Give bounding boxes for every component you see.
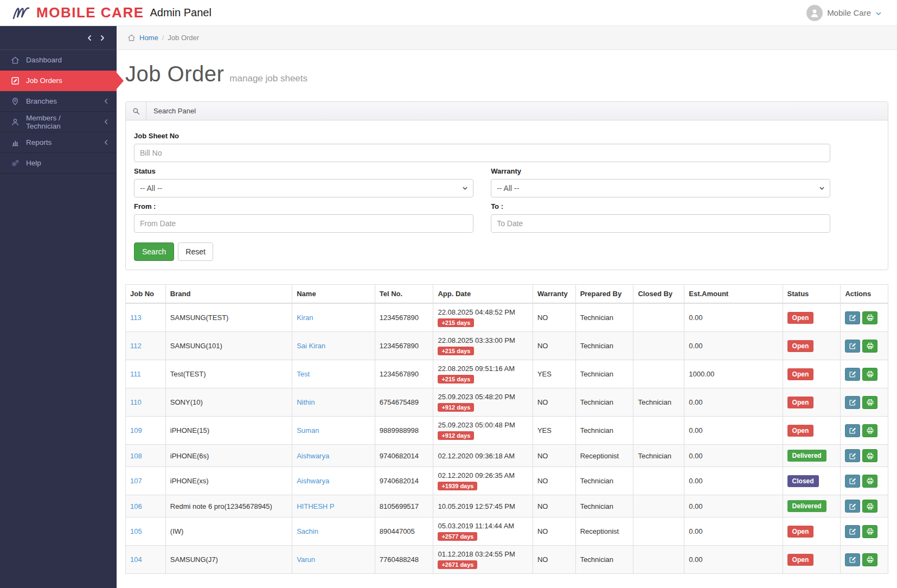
- customer-name-link[interactable]: Suman: [297, 426, 319, 434]
- reset-button[interactable]: Reset: [178, 242, 213, 261]
- job-no-link[interactable]: 107: [130, 477, 142, 485]
- app-date-cell: 05.03.2019 11:14:44 AM+2577 days: [433, 517, 533, 546]
- print-button[interactable]: [862, 475, 877, 488]
- breadcrumb-home-link[interactable]: Home: [139, 34, 158, 42]
- sidebar-collapse-left-icon[interactable]: [86, 35, 93, 41]
- sidebar-item-label: Branches: [26, 97, 57, 105]
- tel-cell: 1234567890: [375, 360, 433, 388]
- tel-cell: 9889988998: [375, 417, 433, 445]
- print-button[interactable]: [862, 340, 877, 353]
- print-button[interactable]: [862, 424, 877, 437]
- edit-button[interactable]: [845, 340, 860, 353]
- status-badge: Open: [787, 526, 814, 538]
- customer-name-link[interactable]: Sachin: [297, 527, 318, 535]
- edit-button[interactable]: [845, 500, 860, 513]
- print-button[interactable]: [862, 525, 877, 538]
- prepared-by-cell: Technician: [575, 332, 633, 360]
- closed-by-cell: [633, 517, 684, 546]
- job-no-cell: 110: [126, 388, 166, 417]
- sidebar-item-label: Help: [26, 159, 41, 167]
- prepared-by-cell: Technician: [575, 388, 633, 417]
- days-badge: +2577 days: [438, 532, 477, 541]
- job-no-link[interactable]: 112: [130, 342, 142, 350]
- brand-cell: Test(TEST): [165, 360, 292, 388]
- brand-cell: (IW): [165, 517, 292, 546]
- customer-name-link[interactable]: Varun: [297, 555, 315, 564]
- status-select[interactable]: -- All --: [134, 179, 473, 197]
- job-no-link[interactable]: 113: [130, 314, 142, 322]
- status-cell: Delivered: [783, 495, 841, 517]
- home-icon: [127, 34, 136, 42]
- actions-cell: [841, 517, 888, 546]
- sidebar-item-dashboard[interactable]: Dashboard: [0, 50, 117, 71]
- app-logo: MOBILE CARE Admin Panel: [12, 4, 212, 21]
- sidebar-item-reports[interactable]: Reports: [0, 132, 117, 153]
- sidebar-collapse-right-icon[interactable]: [99, 35, 106, 41]
- from-date-input[interactable]: [134, 214, 473, 233]
- customer-name-link[interactable]: Nithin: [297, 398, 315, 406]
- job-no-cell: 109: [126, 417, 166, 445]
- print-button[interactable]: [862, 500, 877, 513]
- job-no-cell: 104: [126, 546, 166, 574]
- print-button[interactable]: [862, 396, 877, 409]
- customer-name-link[interactable]: HITHESH P: [297, 502, 334, 510]
- table-row: 108iPHONE(6s)Aishwarya974068201402.12.20…: [126, 445, 888, 467]
- brand-cell: SONY(10): [165, 388, 292, 417]
- prepared-by-cell: Technician: [575, 495, 633, 517]
- to-date-input[interactable]: [491, 214, 830, 233]
- days-badge: +2671 days: [438, 560, 477, 569]
- sidebar-item-branches[interactable]: Branches: [0, 91, 117, 112]
- status-badge: Closed: [787, 475, 819, 487]
- print-button[interactable]: [862, 311, 877, 324]
- edit-button[interactable]: [845, 424, 860, 437]
- days-badge: +1939 days: [438, 482, 477, 490]
- status-badge: Open: [787, 554, 814, 566]
- edit-button[interactable]: [845, 475, 860, 488]
- edit-button[interactable]: [845, 311, 860, 324]
- sidebar-item-job-orders[interactable]: Job Orders: [0, 71, 117, 91]
- customer-name-link[interactable]: Test: [297, 370, 310, 378]
- print-button[interactable]: [862, 553, 877, 566]
- edit-button[interactable]: [845, 553, 860, 566]
- page-title: Job Order: [125, 62, 224, 86]
- closed-by-cell: [633, 417, 684, 445]
- sidebar-item-members-technician[interactable]: Members / Technician: [0, 112, 117, 132]
- chevron-left-icon: [103, 98, 109, 104]
- edit-button[interactable]: [845, 368, 860, 381]
- job-no-link[interactable]: 106: [130, 502, 142, 510]
- search-panel: Search Panel Job Sheet No Status -- All …: [125, 101, 888, 270]
- job-no-cell: 112: [126, 332, 166, 360]
- warranty-cell: NO: [533, 388, 575, 417]
- warranty-select[interactable]: -- All --: [491, 179, 830, 197]
- job-no-link[interactable]: 104: [130, 555, 142, 564]
- status-label: Status: [134, 167, 473, 175]
- job-no-link[interactable]: 110: [130, 398, 142, 406]
- job-no-link[interactable]: 105: [130, 527, 142, 535]
- table-row: 111Test(TEST)Test123456789022.08.2025 09…: [126, 360, 888, 388]
- edit-button[interactable]: [845, 525, 860, 538]
- job-no-link[interactable]: 109: [130, 426, 142, 434]
- app-date-cell: 02.12.2020 09:36:18 AM: [433, 445, 533, 467]
- sidebar: DashboardJob OrdersBranchesMembers / Tec…: [0, 26, 117, 588]
- actions-cell: [841, 546, 888, 574]
- customer-name-link[interactable]: Aishwarya: [297, 477, 329, 485]
- job-no-cell: 111: [126, 360, 166, 388]
- search-panel-body: Job Sheet No Status -- All --: [126, 120, 888, 270]
- brand-cell: SAMSUNG(101): [165, 332, 292, 360]
- job-sheet-no-input[interactable]: [134, 144, 830, 162]
- user-menu[interactable]: Mobile Care: [806, 5, 882, 21]
- edit-button[interactable]: [845, 396, 860, 409]
- job-no-link[interactable]: 108: [130, 452, 142, 460]
- column-header-app-date: App. Date: [433, 285, 533, 304]
- search-button[interactable]: Search: [134, 242, 174, 261]
- customer-name-link[interactable]: Kiran: [297, 314, 313, 322]
- job-no-cell: 108: [126, 445, 166, 467]
- job-no-link[interactable]: 111: [130, 370, 141, 378]
- print-button[interactable]: [862, 449, 877, 462]
- customer-name-link[interactable]: Sai Kiran: [297, 342, 325, 350]
- customer-name-link[interactable]: Aishwarya: [297, 452, 329, 460]
- edit-button[interactable]: [845, 449, 860, 462]
- sidebar-item-help[interactable]: Help: [0, 153, 117, 174]
- est-amount-cell: 0.00: [684, 417, 783, 445]
- print-button[interactable]: [862, 368, 877, 381]
